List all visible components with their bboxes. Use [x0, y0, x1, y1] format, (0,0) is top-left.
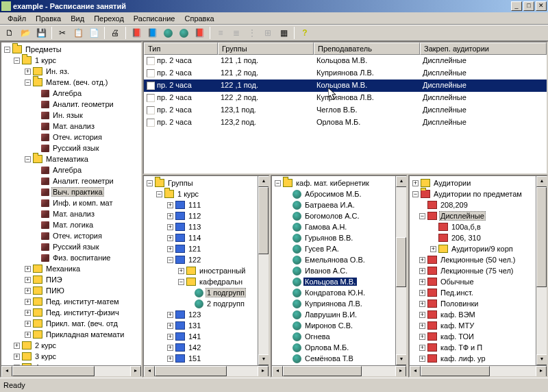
menu-view[interactable]: Вид: [66, 13, 89, 24]
tool-c[interactable]: ⋮: [245, 26, 259, 40]
tree-item-label[interactable]: Гусев Р.А.: [303, 245, 340, 253]
tool-b[interactable]: ≣: [229, 26, 243, 40]
list-body[interactable]: пр. 2 часа121 ,1 под.Кольцова М.В.Диспле…: [144, 55, 547, 173]
scrollbar-h[interactable]: ◂▸: [410, 365, 547, 376]
save-button[interactable]: 💾: [34, 26, 48, 40]
tree-item[interactable]: Мат. анализ: [51, 122, 96, 130]
tree-item[interactable]: 114: [187, 234, 202, 242]
tree-item[interactable]: ПИЭ: [45, 275, 64, 284]
tree-item-label[interactable]: каф. МТУ: [439, 321, 475, 330]
tree-item-label[interactable]: Абросимов М.Б.: [303, 190, 363, 198]
tree-item-selected[interactable]: Выч. практика: [51, 187, 104, 197]
head2-icon[interactable]: [177, 26, 190, 40]
book3-button[interactable]: 📕: [192, 26, 206, 40]
tool-d[interactable]: ⊞: [261, 26, 275, 40]
book1-button[interactable]: 📕: [129, 26, 143, 40]
tree-item-label[interactable]: Лекционные (75 чел): [439, 267, 514, 275]
tree-root-teachers[interactable]: каф. мат. кибернетик: [295, 179, 371, 187]
tree-item-label[interactable]: каф. лиф. ур: [439, 354, 487, 363]
cut-button[interactable]: ✂: [55, 26, 69, 40]
tree-item-label[interactable]: Половинки: [439, 299, 480, 308]
print-button[interactable]: 🖨: [108, 26, 122, 40]
tree-item[interactable]: 111: [187, 201, 202, 209]
tree-item[interactable]: Кольцова М.В.: [273, 276, 394, 287]
tree-item[interactable]: 2 курс: [34, 341, 58, 350]
checkbox-icon[interactable]: [147, 106, 155, 114]
table-row[interactable]: пр. 2 часа123,2 под.Орлова М.Б.Дисплейны…: [144, 117, 547, 129]
tree-item[interactable]: Богомолов А.С.: [273, 210, 394, 221]
book2-button[interactable]: 📘: [145, 26, 159, 40]
tree-item[interactable]: 3 курс: [34, 352, 58, 360]
tree-item[interactable]: Аналит. геометри: [51, 100, 115, 108]
new-button[interactable]: 🗋: [3, 26, 16, 40]
tree-item[interactable]: 113: [187, 223, 202, 231]
subjects-tree[interactable]: −Предметы −1 курс +Ин. яз. −Матем. (веч.…: [1, 42, 141, 365]
help-button[interactable]: ?: [298, 26, 312, 40]
tree-item[interactable]: Мат. анализ: [51, 210, 96, 218]
checkbox-icon[interactable]: [147, 57, 155, 65]
tree-item[interactable]: Гамова А.Н.: [273, 221, 394, 232]
tree-item[interactable]: иностранный: [198, 267, 247, 275]
tree-item-label[interactable]: Огнева: [303, 332, 332, 341]
tree-item-label[interactable]: Батраева И.А.: [303, 201, 356, 209]
tree-item[interactable]: Кондратова Ю.Н.: [273, 287, 394, 298]
tree-item[interactable]: Ин. яз.: [45, 67, 71, 75]
tree-item[interactable]: 112: [187, 212, 202, 220]
tree-item-label[interactable]: каф. ТФ и П: [439, 343, 484, 352]
tree-item[interactable]: Гурьянов В.В.: [273, 232, 394, 243]
scroll-left[interactable]: ◂: [1, 366, 12, 377]
tree-item[interactable]: Физ. воспитание: [51, 254, 112, 262]
menu-edit[interactable]: Правка: [31, 13, 66, 24]
table-row[interactable]: пр. 2 часа122 ,1 под.Кольцова М.В.Диспле…: [144, 79, 547, 92]
tree-item[interactable]: +каф. ТОИ: [411, 331, 534, 342]
tree-item-selected[interactable]: 1 подгрупп: [206, 288, 246, 297]
tree-item-label[interactable]: Иванов А.С.: [303, 267, 349, 275]
tree-item[interactable]: Прикл. мат. (веч. отд: [45, 319, 119, 328]
tree-item-label[interactable]: Миронов С.В.: [303, 321, 354, 330]
open-button[interactable]: 📂: [18, 26, 32, 40]
tree-item[interactable]: 122: [187, 256, 202, 264]
tree-item[interactable]: Русский язык: [51, 243, 101, 251]
tree-item[interactable]: 2 подгрупп: [206, 299, 246, 308]
tree-item[interactable]: Русский язык: [51, 144, 101, 152]
tree-item[interactable]: Матем. (веч. отд.): [45, 78, 110, 86]
tree-item[interactable]: Аудитории по предметам: [432, 190, 523, 198]
scrollbar-v[interactable]: ▴▾: [258, 176, 269, 365]
tool-a[interactable]: ≡: [214, 26, 227, 40]
tree-item[interactable]: Ин. язык: [51, 111, 84, 119]
tree-item-label[interactable]: Гурьянов В.В.: [303, 234, 354, 242]
tree-item[interactable]: Прикладная математи: [45, 330, 125, 339]
tree-item[interactable]: Емельянова О.В.: [273, 254, 394, 265]
tree-item-label[interactable]: каф. ВЭМ: [439, 310, 477, 319]
tree-item[interactable]: Орлова М.Б.: [273, 342, 394, 353]
tree-item[interactable]: Математика: [45, 155, 90, 163]
tree-item-label[interactable]: Обычные: [439, 278, 475, 286]
tree-item[interactable]: Огнева: [273, 331, 394, 342]
tree-item-label[interactable]: Кольцова М.В.: [303, 278, 357, 286]
tree-item-label[interactable]: Орлова М.Б.: [303, 343, 350, 352]
table-row[interactable]: пр. 2 часа121 ,2 под.Куприянова Л.В.Дисп…: [144, 67, 547, 79]
tree-item[interactable]: +каф. ТФ и П: [411, 342, 534, 353]
tree-item[interactable]: 121: [187, 245, 202, 253]
tree-item[interactable]: +Лекционные (50 чел.): [411, 254, 534, 265]
tree-root-groups[interactable]: Группы: [166, 179, 195, 187]
scrollbar-h[interactable]: ◂▸: [272, 365, 406, 376]
tree-item[interactable]: Отеч. история: [51, 133, 103, 141]
minimize-button[interactable]: _: [511, 1, 522, 11]
menu-goto[interactable]: Переход: [89, 13, 129, 24]
tree-item[interactable]: +Обычные: [411, 276, 534, 287]
close-button[interactable]: ✕: [536, 1, 547, 11]
tree-item[interactable]: Абросимов М.Б.: [273, 188, 394, 199]
menu-schedule[interactable]: Расписание: [129, 13, 180, 24]
scroll-right[interactable]: ▸: [130, 366, 141, 377]
tree-item-selected[interactable]: Дисплейные: [439, 211, 486, 221]
tree-item[interactable]: 141: [187, 332, 202, 341]
tree-item[interactable]: Пед. институт-физич: [45, 308, 121, 317]
teachers-tree[interactable]: −каф. мат. кибернетик Абросимов М.Б.Батр…: [272, 176, 395, 365]
rooms-tree[interactable]: +Аудитории −Аудитории по предметам 208,2…: [410, 176, 536, 365]
copy-button[interactable]: 📋: [71, 26, 85, 40]
tree-item[interactable]: Куприянова Л.В.: [273, 298, 394, 309]
tree-item[interactable]: +каф. МТУ: [411, 320, 534, 331]
tree-item[interactable]: 206, 310: [450, 234, 482, 242]
tree-item-label[interactable]: Емельянова О.В.: [303, 256, 366, 264]
